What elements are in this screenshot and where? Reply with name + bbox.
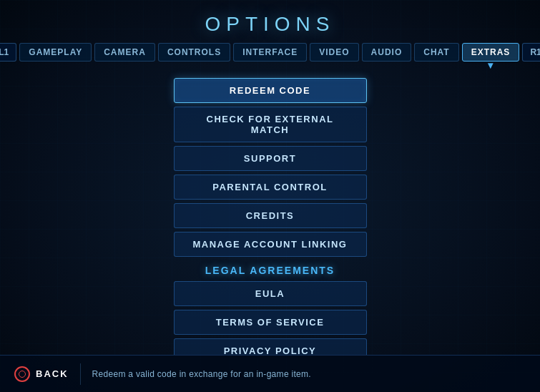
back-label: BACK	[36, 368, 69, 379]
page-title: OPTIONS	[0, 0, 540, 43]
menu-item-check-external-match[interactable]: CHECK FOR EXTERNAL MATCH	[174, 107, 367, 142]
menu-item-credits[interactable]: CREDITS	[174, 203, 367, 228]
tab-camera[interactable]: CAMERA	[94, 43, 155, 62]
menu-item-support[interactable]: SUPPORT	[174, 146, 367, 171]
main-content: REDEEM CODE CHECK FOR EXTERNAL MATCH SUP…	[0, 67, 540, 355]
tab-audio[interactable]: AUDIO	[362, 43, 412, 62]
footer: BACK Redeem a valid code in exchange for…	[0, 355, 540, 392]
tab-gameplay[interactable]: GAMEPLAY	[19, 43, 92, 62]
tab-controls[interactable]: CONTROLS	[158, 43, 230, 62]
menu-item-terms-of-service[interactable]: TERMS OF SERVICE	[174, 310, 367, 335]
tab-extras[interactable]: EXTRAS	[462, 43, 520, 62]
menu-item-redeem-code[interactable]: REDEEM CODE	[174, 78, 367, 103]
tab-r1[interactable]: R1	[522, 43, 540, 62]
section-label-legal-agreements: LEGAL AGREEMENTS	[174, 260, 367, 278]
tab-bar: L1 GAMEPLAY CAMERA CONTROLS INTERFACE VI…	[0, 43, 540, 67]
back-button[interactable]: BACK	[14, 366, 69, 382]
tab-l1[interactable]: L1	[0, 43, 16, 62]
tab-video[interactable]: VIDEO	[310, 43, 358, 62]
menu-item-parental-control[interactable]: PARENTAL CONTROL	[174, 175, 367, 200]
footer-divider	[80, 363, 81, 385]
circle-inner	[19, 371, 26, 378]
circle-button-icon	[14, 366, 30, 382]
tab-interface[interactable]: INTERFACE	[233, 43, 307, 62]
menu-item-manage-account-linking[interactable]: MANAGE ACCOUNT LINKING	[174, 232, 367, 257]
menu-item-privacy-policy[interactable]: PRIVACY POLICY	[174, 338, 367, 355]
tab-chat[interactable]: CHAT	[414, 43, 458, 62]
menu-item-eula[interactable]: EULA	[174, 281, 367, 306]
options-screen: OPTIONS L1 GAMEPLAY CAMERA CONTROLS INTE…	[0, 0, 540, 392]
footer-hint: Redeem a valid code in exchange for an i…	[92, 369, 311, 379]
menu-list: REDEEM CODE CHECK FOR EXTERNAL MATCH SUP…	[0, 78, 540, 355]
